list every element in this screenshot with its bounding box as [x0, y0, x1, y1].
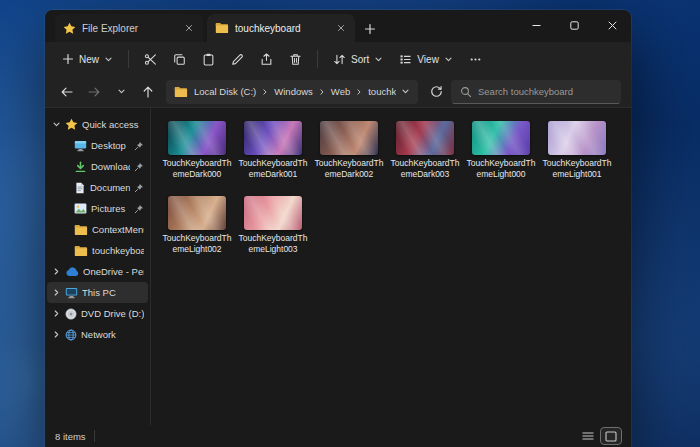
file-item-touchkeyboardthemedark001[interactable]: TouchKeyboardThemeDark001 [235, 118, 311, 183]
more-icon [469, 53, 482, 66]
thumbnails-view-button[interactable] [601, 428, 621, 444]
new-tab-button[interactable] [357, 16, 383, 42]
sidebar-item-onedrive-personal[interactable]: OneDrive - Personal [47, 261, 148, 282]
file-item-touchkeyboardthemelight000[interactable]: TouchKeyboardThemeLight000 [463, 118, 539, 183]
chevron-right-icon[interactable] [52, 288, 61, 297]
breadcrumb-item[interactable]: touchkeyboard [367, 86, 396, 97]
sidebar-item-label: Quick access [82, 119, 144, 130]
back-button[interactable] [55, 80, 79, 104]
new-button-label: New [79, 54, 99, 65]
sidebar-item-label: touchkeyboard [92, 245, 144, 256]
address-dropdown-icon[interactable] [401, 87, 410, 96]
folder-icon [215, 22, 229, 34]
details-view-button[interactable] [578, 428, 598, 444]
file-item-touchkeyboardthemelight003[interactable]: TouchKeyboardThemeLight003 [235, 193, 311, 258]
more-options-button[interactable] [462, 46, 489, 72]
sidebar-item-label: OneDrive - Personal [83, 266, 144, 277]
refresh-button[interactable] [424, 80, 448, 104]
sidebar-item-pictures[interactable]: Pictures [47, 198, 148, 219]
paste-button[interactable] [195, 46, 222, 72]
sidebar-item-label: Downloads [91, 161, 130, 172]
search-input[interactable] [478, 86, 612, 97]
breadcrumb-separator-icon [261, 88, 269, 96]
sidebar-item-desktop[interactable]: Desktop [47, 135, 148, 156]
desktop-wallpaper: File Explorertouchkeyboard New Sort [0, 0, 700, 447]
plus-icon [364, 23, 376, 35]
breadcrumb-item[interactable]: Windows [273, 86, 314, 97]
expand-chevron-slot [51, 288, 61, 297]
breadcrumb-item[interactable]: Web [330, 86, 351, 97]
sidebar-item-quick-access[interactable]: Quick access [47, 114, 148, 135]
plus-icon [62, 53, 74, 65]
tab-close-icon[interactable] [183, 22, 195, 34]
tab-close-icon[interactable] [335, 22, 347, 34]
tab-bar: File Explorertouchkeyboard [45, 10, 631, 42]
file-item-touchkeyboardthemelight001[interactable]: TouchKeyboardThemeLight001 [539, 118, 615, 183]
sidebar-item-downloads[interactable]: Downloads [47, 156, 148, 177]
disc-icon [65, 308, 77, 320]
delete-button[interactable] [282, 46, 309, 72]
star-icon [63, 22, 76, 35]
file-item-touchkeyboardthemelight002[interactable]: TouchKeyboardThemeLight002 [159, 193, 235, 258]
view-button[interactable]: View [392, 46, 460, 72]
recent-locations-button[interactable] [109, 80, 133, 104]
sidebar-item-documents[interactable]: Documents [47, 177, 148, 198]
navigation-pane: Quick accessDesktopDownloadsDocumentsPic… [45, 108, 151, 425]
items-count: 8 items [55, 431, 86, 442]
up-button[interactable] [136, 80, 160, 104]
breadcrumb[interactable]: Local Disk (C:)WindowsWebtouchkeyboard [166, 80, 418, 104]
forward-button[interactable] [82, 80, 106, 104]
pin-icon [134, 204, 144, 214]
downloads-icon [74, 161, 87, 173]
sidebar-item-this-pc[interactable]: This PC [47, 282, 148, 303]
toolbar-divider [317, 50, 318, 68]
file-name: TouchKeyboardThemeLight002 [161, 233, 233, 255]
folder-icon [74, 245, 88, 257]
sidebar-item-contextmenucust[interactable]: ContextMenuCust [47, 219, 148, 240]
view-icon [399, 53, 412, 66]
copy-button[interactable] [166, 46, 193, 72]
folder-icon [74, 224, 88, 236]
computer-icon [65, 287, 78, 299]
desktop-icon [74, 140, 87, 152]
sidebar-item-network[interactable]: Network [47, 324, 148, 345]
share-button[interactable] [253, 46, 280, 72]
sidebar-item-dvd-drive-d-ccco[interactable]: DVD Drive (D:) CCCO [47, 303, 148, 324]
up-icon [141, 85, 155, 99]
new-button[interactable]: New [55, 46, 120, 72]
forward-icon [87, 85, 101, 99]
tab-touchkeyboard[interactable]: touchkeyboard [207, 14, 355, 42]
cut-button[interactable] [137, 46, 164, 72]
maximize-button[interactable] [555, 10, 593, 40]
sidebar-item-label: DVD Drive (D:) CCCO [81, 308, 144, 319]
sort-button[interactable]: Sort [326, 46, 390, 72]
sidebar-item-touchkeyboard[interactable]: touchkeyboard [47, 240, 148, 261]
close-button[interactable] [593, 10, 631, 40]
pin-icon [134, 141, 144, 151]
breadcrumb-item[interactable]: Local Disk (C:) [193, 86, 257, 97]
status-bar: 8 items [45, 425, 631, 447]
chevron-down-icon [444, 55, 453, 64]
scissors-icon [144, 53, 157, 66]
chevron-down-icon[interactable] [52, 120, 61, 129]
file-name: TouchKeyboardThemeDark003 [389, 158, 461, 180]
chevron-right-icon[interactable] [52, 330, 61, 339]
expand-chevron-slot [51, 330, 61, 339]
tabs: File Explorertouchkeyboard [55, 14, 355, 42]
minimize-button[interactable] [517, 10, 555, 40]
chevron-right-icon[interactable] [52, 267, 61, 276]
chevron-right-icon[interactable] [52, 309, 61, 318]
file-item-touchkeyboardthemedark000[interactable]: TouchKeyboardThemeDark000 [159, 118, 235, 183]
rename-button[interactable] [224, 46, 251, 72]
tab-file-explorer[interactable]: File Explorer [55, 14, 203, 42]
sidebar-item-label: Network [81, 329, 144, 340]
chevron-down-icon [104, 55, 113, 64]
file-item-touchkeyboardthemedark002[interactable]: TouchKeyboardThemeDark002 [311, 118, 387, 183]
view-toggles [578, 428, 621, 444]
delete-icon [289, 53, 302, 66]
toolbar-icon-buttons [137, 46, 309, 72]
file-name: TouchKeyboardThemeLight000 [465, 158, 537, 180]
file-item-touchkeyboardthemedark003[interactable]: TouchKeyboardThemeDark003 [387, 118, 463, 183]
file-explorer-window: File Explorertouchkeyboard New Sort [45, 10, 631, 447]
window-controls [517, 10, 631, 40]
